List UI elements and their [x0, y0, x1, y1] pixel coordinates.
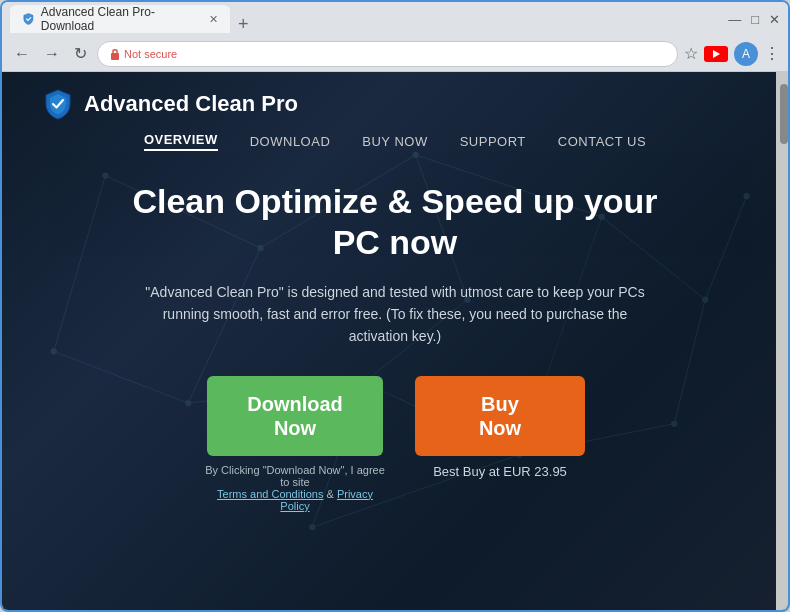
tab-favicon-icon	[22, 12, 35, 26]
forward-button[interactable]: →	[40, 43, 64, 65]
buy-price-label: Best Buy at EUR 23.95	[433, 464, 567, 479]
hero-title-line2: PC now	[333, 223, 458, 261]
site-nav: OVERVIEW DOWNLOAD BUY NOW SUPPORT CONTAC…	[144, 132, 646, 151]
address-bar: ← → ↻ Not secure ☆ A ⋮	[2, 36, 788, 72]
profile-avatar[interactable]: A	[734, 42, 758, 66]
address-bar-input[interactable]: Not secure	[97, 41, 678, 67]
buy-cta-group: Buy Now Best Buy at EUR 23.95	[415, 376, 585, 479]
brand-name: Advanced Clean Pro	[84, 91, 298, 117]
hero-title: Clean Optimize & Speed up your PC now	[132, 181, 657, 263]
nav-buy-now[interactable]: BUY NOW	[362, 134, 427, 149]
bookmark-icon[interactable]: ☆	[684, 44, 698, 63]
buy-now-button[interactable]: Buy Now	[415, 376, 585, 456]
active-tab[interactable]: Advanced Clean Pro- Download ✕	[10, 5, 230, 33]
more-options-icon[interactable]: ⋮	[764, 44, 780, 63]
nav-contact-us[interactable]: CONTACT US	[558, 134, 646, 149]
nav-support[interactable]: SUPPORT	[460, 134, 526, 149]
site-header: Advanced Clean Pro OVERVIEW DOWNLOAD BUY…	[2, 72, 788, 151]
hero-section: Clean Optimize & Speed up your PC now "A…	[2, 151, 788, 544]
maximize-button[interactable]: □	[751, 12, 759, 27]
tab-title: Advanced Clean Pro- Download	[41, 5, 197, 33]
browser-window: Advanced Clean Pro- Download ✕ + — □ ✕ ←…	[0, 0, 790, 612]
tab-area: Advanced Clean Pro- Download ✕ +	[10, 5, 722, 33]
hero-title-line1: Clean Optimize & Speed up your	[132, 182, 657, 220]
download-disclaimer: By Clicking "Download Now", I agree to s…	[205, 464, 385, 512]
reload-button[interactable]: ↻	[70, 42, 91, 65]
youtube-icon[interactable]	[704, 46, 728, 62]
nav-download[interactable]: DOWNLOAD	[250, 134, 331, 149]
minimize-button[interactable]: —	[728, 12, 741, 27]
back-button[interactable]: ←	[10, 43, 34, 65]
security-indicator: Not secure	[110, 48, 177, 60]
download-now-button[interactable]: Download Now	[207, 376, 383, 456]
hero-description: "Advanced Clean Pro" is designed and tes…	[135, 281, 655, 348]
new-tab-button[interactable]: +	[232, 15, 255, 33]
security-label: Not secure	[124, 48, 177, 60]
tab-close-button[interactable]: ✕	[209, 13, 218, 26]
cta-buttons: Download Now By Clicking "Download Now",…	[205, 376, 585, 512]
brand-row: Advanced Clean Pro	[42, 88, 298, 120]
brand-logo-icon	[42, 88, 74, 120]
terms-link[interactable]: Terms and Conditions	[217, 488, 323, 500]
title-bar: Advanced Clean Pro- Download ✕ + — □ ✕	[2, 2, 788, 36]
window-controls: — □ ✕	[728, 12, 780, 27]
not-secure-icon	[110, 48, 120, 60]
close-button[interactable]: ✕	[769, 12, 780, 27]
toolbar-right: ☆ A ⋮	[684, 42, 780, 66]
svg-rect-0	[111, 53, 119, 60]
nav-overview[interactable]: OVERVIEW	[144, 132, 218, 151]
website-content: Advanced Clean Pro OVERVIEW DOWNLOAD BUY…	[2, 72, 788, 610]
download-cta-group: Download Now By Clicking "Download Now",…	[205, 376, 385, 512]
